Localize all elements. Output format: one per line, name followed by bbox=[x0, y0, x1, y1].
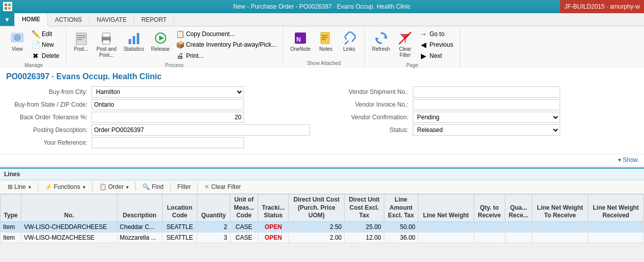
col-quantity: Quantity bbox=[197, 194, 230, 222]
status-label: Status: bbox=[327, 126, 409, 134]
posting-desc-label: Posting Description: bbox=[6, 126, 87, 134]
col-tracking-status: Tracki...Status bbox=[258, 194, 289, 222]
svg-point-6 bbox=[16, 37, 18, 39]
new-button[interactable]: 📄 New bbox=[29, 40, 62, 50]
col-line-amount: LineAmountExcl. Tax bbox=[384, 194, 418, 222]
clear-filter-lines-icon: ✕ bbox=[204, 183, 209, 190]
svg-rect-24 bbox=[322, 39, 325, 40]
functions-button[interactable]: ⚡ Functions ▾ bbox=[41, 182, 89, 192]
page-content: PO0026397 · Evans Occup. Health Clinic B… bbox=[0, 68, 644, 154]
svg-rect-0 bbox=[5, 4, 7, 6]
view-button[interactable]: View bbox=[6, 28, 28, 54]
page-small-btns: → Go to ◀ Previous ▶ Next bbox=[417, 28, 455, 61]
order-button[interactable]: 📋 Order ▾ bbox=[96, 182, 133, 192]
form-right: Vendor Shipment No.: Vendor Invoice No.:… bbox=[327, 86, 638, 150]
find-button[interactable]: 🔍 Find bbox=[139, 182, 167, 192]
show-attached-items: N OneNote Notes Links bbox=[287, 28, 360, 59]
your-reference-row: Your Reference: bbox=[6, 137, 317, 148]
print-button[interactable]: 🖨 Print... bbox=[174, 51, 279, 61]
notes-label: Notes bbox=[319, 46, 332, 52]
notes-button[interactable]: Notes bbox=[315, 28, 337, 54]
links-button[interactable]: Links bbox=[338, 28, 360, 54]
buy-from-city-row: Buy-from City: Hamilton bbox=[6, 86, 317, 97]
line-dropdown-arrow: ▾ bbox=[28, 184, 31, 190]
svg-rect-13 bbox=[103, 40, 110, 44]
lines-section: Lines ⊞ Line ▾ ⚡ Functions ▾ 📋 Order ▾ 🔍… bbox=[0, 168, 644, 243]
ribbon-tabs: ▼ HOME ACTIONS NAVIGATE REPORT bbox=[0, 13, 644, 26]
delete-icon: ✖ bbox=[32, 52, 40, 60]
form-left: Buy-from City: Hamilton Buy-from State /… bbox=[6, 86, 317, 150]
tab-actions[interactable]: ACTIONS bbox=[48, 13, 89, 26]
delete-button[interactable]: ✖ Delete bbox=[29, 51, 62, 61]
col-qty-to-receive: Qty. toReceive bbox=[474, 194, 505, 222]
vendor-invoice-label: Vendor Invoice No.: bbox=[327, 101, 409, 108]
svg-rect-14 bbox=[129, 39, 131, 44]
copy-document-button[interactable]: 📋 Copy Document... bbox=[174, 29, 279, 39]
ribbon-group-manage: View ✏️ Edit 📄 New ✖ Delete Manage bbox=[2, 27, 66, 67]
tab-report[interactable]: REPORT bbox=[134, 13, 174, 26]
notes-icon bbox=[318, 30, 334, 46]
previous-button[interactable]: ◀ Previous bbox=[417, 40, 455, 50]
posting-desc-input[interactable] bbox=[91, 124, 310, 136]
table-header-row: Type No. Description LocationCode Quanti… bbox=[1, 194, 644, 222]
links-icon bbox=[341, 30, 357, 46]
line-button[interactable]: ⊞ Line ▾ bbox=[4, 182, 35, 192]
refresh-label: Refresh bbox=[372, 46, 390, 52]
col-qua-rece: Qua...Rece... bbox=[505, 194, 532, 222]
vendor-invoice-input[interactable] bbox=[413, 99, 560, 110]
your-reference-input[interactable] bbox=[91, 137, 244, 148]
print-icon: 🖨 bbox=[176, 52, 184, 60]
create-inventory-button[interactable]: 📦 Create Inventory Put-away/Pick... bbox=[174, 40, 279, 50]
vendor-invoice-row: Vendor Invoice No.: bbox=[327, 99, 638, 110]
buy-from-city-label: Buy-from City: bbox=[6, 88, 87, 95]
post-button[interactable]: Post... bbox=[70, 28, 93, 54]
table-row[interactable]: ItemVW-LISO-MOZACHEESEMozzarella ...SEAT… bbox=[1, 232, 644, 243]
post-print-button[interactable]: Post andPrint... bbox=[94, 28, 119, 60]
tab-home[interactable]: HOME bbox=[15, 13, 48, 26]
post-print-icon bbox=[98, 30, 114, 46]
links-label: Links bbox=[343, 46, 355, 52]
clear-filter-ribbon-button[interactable]: ClearFilter bbox=[394, 28, 416, 60]
buy-from-state-row: Buy-from State / ZIP Code: bbox=[6, 99, 317, 110]
refresh-button[interactable]: Refresh bbox=[369, 28, 393, 54]
status-select[interactable]: Released Open Pending Approval bbox=[413, 124, 560, 136]
tab-dropdown[interactable]: ▼ bbox=[0, 13, 15, 26]
svg-rect-22 bbox=[322, 35, 327, 36]
manage-items: View ✏️ Edit 📄 New ✖ Delete bbox=[6, 28, 62, 61]
col-no: No. bbox=[21, 194, 117, 222]
svg-rect-8 bbox=[77, 35, 85, 36]
table-row[interactable]: ItemVW-LISO-CHEDDARCHEESECheddar C...SEA… bbox=[1, 221, 644, 232]
separator-1 bbox=[38, 182, 38, 191]
svg-rect-3 bbox=[8, 7, 11, 10]
vendor-confirmation-select[interactable]: Pending Confirmed bbox=[413, 112, 560, 123]
vendor-confirmation-label: Vendor Confirmation: bbox=[327, 114, 409, 121]
vendor-shipment-label: Vendor Shipment No.: bbox=[327, 88, 409, 95]
release-button[interactable]: Release bbox=[148, 28, 173, 54]
filter-button[interactable]: Filter bbox=[174, 182, 195, 192]
buy-from-state-input[interactable] bbox=[91, 99, 244, 110]
clear-filter-lines-button[interactable]: ✕ Clear Filter bbox=[201, 182, 244, 192]
edit-button[interactable]: ✏️ Edit bbox=[29, 29, 62, 39]
buy-from-city-input[interactable]: Hamilton bbox=[91, 86, 244, 97]
ribbon-group-page: Refresh ClearFilter → Go to ◀ Previous ▶ bbox=[365, 27, 460, 67]
view-icon bbox=[9, 30, 25, 46]
goto-button[interactable]: → Go to bbox=[417, 29, 455, 39]
lightning-icon: ⚡ bbox=[45, 183, 52, 190]
create-inventory-icon: 📦 bbox=[176, 41, 184, 49]
svg-rect-10 bbox=[77, 39, 82, 40]
col-line-net-weight: Line Net Weight bbox=[418, 194, 474, 222]
manage-small-btns: ✏️ Edit 📄 New ✖ Delete bbox=[29, 28, 62, 61]
onenote-button[interactable]: N OneNote bbox=[287, 28, 314, 54]
col-description: Description bbox=[117, 194, 162, 222]
your-reference-label: Your Reference: bbox=[6, 139, 87, 146]
statistics-button[interactable]: Statistics bbox=[120, 28, 147, 54]
next-icon: ▶ bbox=[419, 52, 427, 60]
find-icon: 🔍 bbox=[142, 183, 150, 190]
next-button[interactable]: ▶ Next bbox=[417, 51, 455, 61]
show-bar[interactable]: ▾ Show bbox=[0, 154, 644, 166]
vendor-shipment-row: Vendor Shipment No.: bbox=[327, 86, 638, 97]
vendor-shipment-input[interactable] bbox=[413, 86, 560, 97]
back-order-input[interactable] bbox=[91, 112, 244, 123]
svg-rect-12 bbox=[103, 33, 110, 37]
tab-navigate[interactable]: NAVIGATE bbox=[89, 13, 134, 26]
